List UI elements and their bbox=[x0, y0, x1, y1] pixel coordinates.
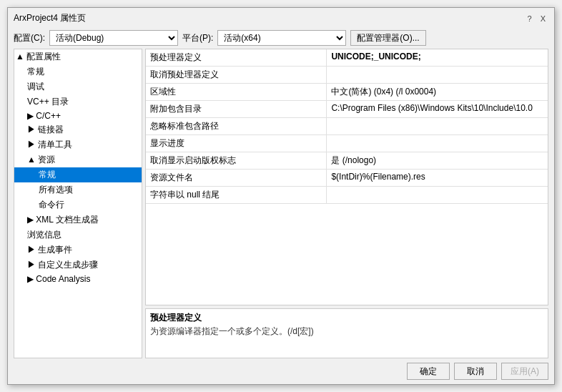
table-row[interactable]: 显示进度 bbox=[146, 135, 548, 152]
tree-item[interactable]: 所有选项 bbox=[14, 182, 142, 197]
tree-panel: ▲ 配置属性常规调试VC++ 目录▶ C/C++▶ 链接器▶ 清单工具▲ 资源常… bbox=[14, 49, 142, 358]
bottom-bar: 确定 取消 应用(A) bbox=[8, 358, 554, 384]
prop-value: 是 (/nologo) bbox=[327, 152, 548, 170]
table-row[interactable]: 取消显示启动版权标志是 (/nologo) bbox=[146, 152, 548, 170]
tree-item[interactable]: VC++ 目录 bbox=[14, 94, 142, 109]
table-row[interactable]: 附加包含目录C:\Program Files (x86)\Windows Kit… bbox=[146, 101, 548, 118]
prop-value: 中文(简体) (0x4) (/l 0x0004) bbox=[327, 84, 548, 101]
ok-button[interactable]: 确定 bbox=[407, 363, 450, 380]
prop-value bbox=[327, 187, 548, 204]
props-panel: 预处理器定义UNICODE;_UNICODE;取消预处理器定义区域性中文(简体)… bbox=[145, 49, 548, 358]
table-row[interactable]: 忽略标准包含路径 bbox=[146, 118, 548, 135]
tree-item[interactable]: ▶ 自定义生成步骤 bbox=[14, 258, 142, 273]
table-row[interactable]: 预处理器定义UNICODE;_UNICODE; bbox=[146, 49, 548, 67]
props-table-area: 预处理器定义UNICODE;_UNICODE;取消预处理器定义区域性中文(简体)… bbox=[145, 49, 548, 305]
dialog: ArxProject4 属性页 ? X 配置(C): 活动(Debug) 平台(… bbox=[7, 7, 555, 385]
tree-item[interactable]: ▲ 配置属性 bbox=[14, 49, 142, 64]
platform-label: 平台(P): bbox=[182, 32, 213, 44]
main-content: ▲ 配置属性常规调试VC++ 目录▶ C/C++▶ 链接器▶ 清单工具▲ 资源常… bbox=[8, 49, 554, 358]
prop-key: 预处理器定义 bbox=[146, 49, 327, 67]
config-manager-button[interactable]: 配置管理器(O)... bbox=[350, 30, 425, 46]
title-bar: ArxProject4 属性页 ? X bbox=[8, 8, 554, 27]
prop-key: 取消预处理器定义 bbox=[146, 67, 327, 84]
prop-key: 忽略标准包含路径 bbox=[146, 118, 327, 135]
prop-value: C:\Program Files (x86)\Windows Kits\10\I… bbox=[327, 101, 548, 118]
dialog-title: ArxProject4 属性页 bbox=[14, 12, 86, 24]
tree-item-label: ▶ 生成事件 bbox=[27, 244, 72, 256]
prop-key: 显示进度 bbox=[146, 135, 327, 152]
config-select[interactable]: 活动(Debug) bbox=[49, 30, 178, 46]
title-controls: ? X bbox=[525, 14, 548, 23]
tree-item[interactable]: ▶ 生成事件 bbox=[14, 242, 142, 258]
prop-value bbox=[327, 118, 548, 135]
tree-item-label: ▶ C/C++ bbox=[27, 111, 61, 121]
tree-item-label: 常规 bbox=[27, 66, 44, 78]
tree-item-label: 所有选项 bbox=[39, 184, 73, 196]
prop-key: 区域性 bbox=[146, 84, 327, 101]
tree-item-label: VC++ 目录 bbox=[27, 96, 69, 108]
prop-value: UNICODE;_UNICODE; bbox=[327, 49, 548, 67]
close-button[interactable]: X bbox=[538, 14, 548, 23]
tree-item[interactable]: ▲ 资源 bbox=[14, 152, 142, 167]
platform-select[interactable]: 活动(x64) bbox=[217, 30, 346, 46]
tree-item[interactable]: 浏览信息 bbox=[14, 227, 142, 242]
prop-key: 字符串以 null 结尾 bbox=[146, 187, 327, 204]
tree-item-label: ▲ 配置属性 bbox=[16, 51, 61, 63]
prop-key: 取消显示启动版权标志 bbox=[146, 152, 327, 170]
tree-item[interactable]: ▶ C/C++ bbox=[14, 109, 142, 122]
tree-item[interactable]: 调试 bbox=[14, 79, 142, 94]
tree-item-label: ▶ Code Analysis bbox=[27, 274, 90, 284]
prop-key: 资源文件名 bbox=[146, 170, 327, 187]
tree-item[interactable]: ▶ Code Analysis bbox=[14, 273, 142, 285]
props-table: 预处理器定义UNICODE;_UNICODE;取消预处理器定义区域性中文(简体)… bbox=[146, 49, 548, 204]
tree-item-label: 调试 bbox=[27, 81, 44, 93]
tree-item-label: ▶ 自定义生成步骤 bbox=[27, 259, 98, 271]
prop-value: $(IntDir)%(Filename).res bbox=[327, 170, 548, 187]
help-button[interactable]: ? bbox=[525, 14, 535, 23]
config-label: 配置(C): bbox=[14, 32, 45, 44]
tree-item-label: ▲ 资源 bbox=[27, 154, 55, 166]
table-row[interactable]: 资源文件名$(IntDir)%(Filename).res bbox=[146, 170, 548, 187]
tree-item-label: 浏览信息 bbox=[27, 229, 61, 241]
desc-title: 预处理器定义 bbox=[150, 312, 543, 324]
config-bar: 配置(C): 活动(Debug) 平台(P): 活动(x64) 配置管理器(O)… bbox=[8, 27, 554, 49]
tree-item-label: 命令行 bbox=[39, 199, 64, 211]
tree-item[interactable]: ▶ XML 文档生成器 bbox=[14, 212, 142, 227]
tree-item-label: ▶ 清单工具 bbox=[27, 139, 72, 151]
apply-button[interactable]: 应用(A) bbox=[501, 363, 548, 380]
tree-item[interactable]: 常规 bbox=[14, 64, 142, 79]
cancel-button[interactable]: 取消 bbox=[454, 363, 497, 380]
tree-item-label: ▶ 链接器 bbox=[27, 124, 64, 136]
table-row[interactable]: 取消预处理器定义 bbox=[146, 67, 548, 84]
props-description: 预处理器定义 为资源编译器指定一个或多个定义。(/d[宏]) bbox=[145, 308, 548, 358]
table-row[interactable]: 字符串以 null 结尾 bbox=[146, 187, 548, 204]
table-row[interactable]: 区域性中文(简体) (0x4) (/l 0x0004) bbox=[146, 84, 548, 101]
tree-item[interactable]: 常规 bbox=[14, 167, 142, 182]
tree-item[interactable]: ▶ 链接器 bbox=[14, 122, 142, 137]
tree-item-label: 常规 bbox=[39, 169, 56, 181]
tree-item-label: ▶ XML 文档生成器 bbox=[27, 214, 99, 226]
tree-item[interactable]: 命令行 bbox=[14, 197, 142, 212]
prop-key: 附加包含目录 bbox=[146, 101, 327, 118]
desc-text: 为资源编译器指定一个或多个定义。(/d[宏]) bbox=[150, 325, 543, 338]
prop-value bbox=[327, 67, 548, 84]
prop-value bbox=[327, 135, 548, 152]
tree-item[interactable]: ▶ 清单工具 bbox=[14, 137, 142, 152]
